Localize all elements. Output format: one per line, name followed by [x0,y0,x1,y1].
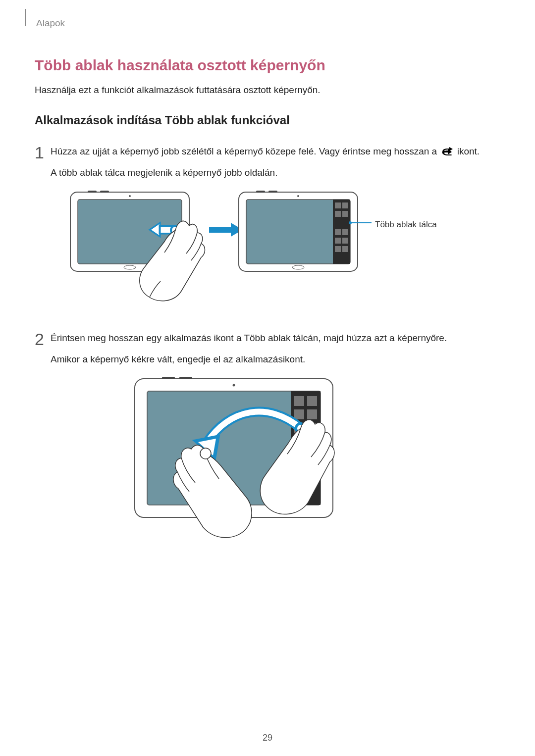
svg-point-61 [200,448,211,459]
step-1-line1b: ikont. [457,146,480,156]
figure-1: Több ablak tálca [51,187,480,316]
svg-rect-27 [335,229,341,235]
callout-tray-label: Több ablak tálca [375,218,437,231]
figure-2 [120,374,447,572]
svg-rect-44 [294,409,304,419]
svg-rect-32 [342,246,348,252]
svg-rect-20 [268,191,277,193]
svg-rect-31 [335,246,341,252]
svg-rect-25 [335,211,341,217]
svg-rect-30 [342,238,348,244]
step-2-number: 2 [35,331,51,348]
step-1-number: 1 [35,144,51,161]
svg-rect-26 [342,211,348,217]
svg-point-18 [297,195,299,197]
svg-rect-45 [307,409,317,419]
svg-rect-23 [335,202,341,208]
svg-rect-29 [335,238,341,244]
intro-text: Használja ezt a funkciót alkalmazások fu… [35,85,500,96]
svg-rect-24 [342,202,348,208]
back-icon [440,147,453,157]
svg-point-37 [233,384,235,386]
step-2-body: Érintsen meg hosszan egy alkalmazás ikon… [51,331,447,572]
svg-rect-28 [342,229,348,235]
svg-rect-38 [162,377,175,379]
svg-rect-3 [88,191,97,193]
step-1: 1 Húzza az ujját a képernyő jobb szélétő… [35,144,500,316]
step-2: 2 Érintsen meg hosszan egy alkalmazás ik… [35,331,500,572]
step-1-body: Húzza az ujját a képernyő jobb szélétől … [51,144,480,316]
step-2-line2: Amikor a képernyő kékre vált, engedje el… [51,352,447,366]
svg-rect-43 [307,396,317,406]
svg-rect-4 [100,191,109,193]
step-1-line1a: Húzza az ujját a képernyő jobb szélétől … [51,146,439,156]
step-2-line1: Érintsen meg hosszan egy alkalmazás ikon… [51,331,447,345]
svg-rect-14 [209,227,231,233]
page: Alapok Több ablak használata osztott kép… [0,0,535,756]
section-header: Alapok [36,18,65,29]
svg-rect-19 [256,191,265,193]
svg-rect-42 [294,396,304,406]
step-1-line1: Húzza az ujját a képernyő jobb szélétől … [51,144,480,158]
page-title: Több ablak használata osztott képernyőn [35,57,500,74]
step-1-line2: A több ablak tálca megjelenik a képernyő… [51,165,480,180]
svg-point-2 [129,195,131,197]
svg-point-34 [349,221,352,224]
page-number: 29 [0,733,535,743]
subheading: Alkalmazások indítása Több ablak funkció… [35,113,500,127]
svg-rect-39 [179,377,192,379]
header-rule [25,9,26,26]
